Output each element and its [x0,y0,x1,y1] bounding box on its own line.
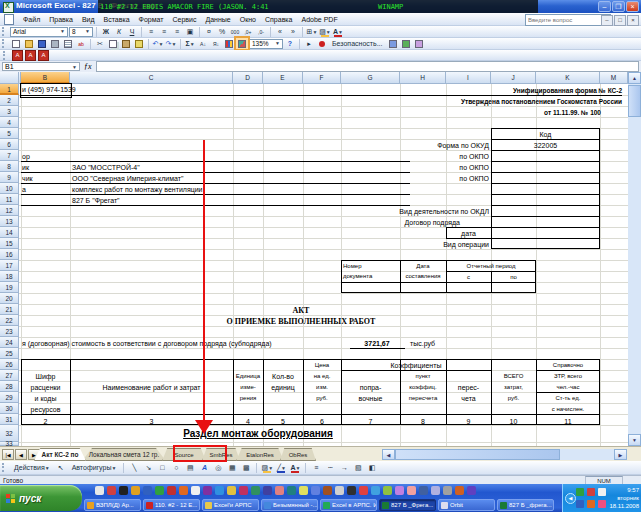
quicklaunch-icon[interactable] [251,486,260,495]
row-header-4[interactable]: 4 [0,117,19,128]
rectangle-tool-icon[interactable]: □ [156,462,168,473]
percent-icon[interactable]: % [216,26,228,37]
convert-to-pdf-email-icon[interactable]: A [25,50,36,61]
control-toolbox-icon[interactable] [413,38,425,49]
minimize-button[interactable]: – [598,1,611,12]
row-header-12[interactable]: 12 [0,205,19,216]
formula-input[interactable] [96,61,639,72]
hscroll-right-icon[interactable]: ▶ [614,449,627,460]
workbook-restore-button[interactable]: □ [614,15,626,26]
insert-function-icon[interactable]: ƒx [84,62,92,71]
quicklaunch-icon[interactable] [191,486,200,495]
menu-Формат[interactable]: Формат [139,16,164,23]
align-right-icon[interactable]: ≡ [171,26,183,37]
row-header-5[interactable]: 5 [0,128,19,139]
security-button[interactable]: Безопасность... [329,38,386,49]
increase-decimal-icon[interactable]: ,0+ [242,26,254,37]
quicklaunch-icon[interactable] [131,486,140,495]
help-icon[interactable]: ? [284,38,296,49]
row-header-22[interactable]: 22 [0,315,19,326]
font-size-combobox[interactable]: 8▼ [69,27,93,37]
quicklaunch-icon[interactable] [371,486,380,495]
horizontal-scroll-track[interactable] [560,449,614,460]
row-header-21[interactable]: 21 [0,304,19,315]
bold-button[interactable]: Ж [100,26,112,37]
column-header-E[interactable]: E [263,72,303,84]
tray-icon[interactable] [576,488,584,496]
underline-button[interactable]: Ч [126,26,138,37]
diagram-icon[interactable]: ◎ [212,462,224,473]
tray-icon[interactable] [587,488,595,496]
menu-Adobe PDF[interactable]: Adobe PDF [301,16,337,23]
taskbar-button-Excel'и АРПС[interactable]: Excel'и АРПС [202,499,259,511]
paste-icon[interactable] [120,38,132,49]
taskbar-button-Excel в АРПС. Ис[interactable]: Excel в АРПС. Ис [320,499,377,511]
oval-tool-icon[interactable]: ○ [170,462,182,473]
undo-icon[interactable]: ↶▼ [152,38,164,49]
copy-icon[interactable] [107,38,119,49]
thousands-icon[interactable]: 000 [229,26,241,37]
menu-Вставка[interactable]: Вставка [104,16,130,23]
drawing-toggle-icon[interactable] [236,38,248,49]
scroll-down-icon[interactable]: ▼ [628,434,641,446]
quicklaunch-icon[interactable] [455,486,464,495]
print-icon[interactable] [49,38,61,49]
quicklaunch-icon[interactable] [347,486,356,495]
quicklaunch-icon[interactable] [143,486,152,495]
taskbar-button-ВЗПЛ(Д) Ар...[interactable]: ВЗПЛ(Д) Ар... [84,499,141,511]
autosum-icon[interactable]: Σ▼ [184,38,196,49]
taskbar-button-827 Б _Фрега...[interactable]: 827 Б _Фрега... [379,499,436,511]
dash-style-icon[interactable]: ┄ [324,462,336,473]
decrease-decimal-icon[interactable]: ,0- [255,26,267,37]
tray-chevron-icon[interactable]: ◀ [565,493,576,504]
row-header-28[interactable]: 28 [0,381,19,392]
row-header-26[interactable]: 26 [0,359,19,370]
three-d-style-icon[interactable]: ◧ [366,462,378,473]
column-header-M[interactable]: M [600,72,628,84]
quicklaunch-icon[interactable] [335,486,344,495]
new-file-icon[interactable] [10,38,22,49]
quicklaunch-icon[interactable] [239,486,248,495]
arrow-style-icon[interactable]: → [338,462,350,473]
quicklaunch-icon[interactable] [395,486,404,495]
sheet-tab-Акт КС-2 по ФЕР[interactable]: Акт КС-2 по ФЕР [34,448,86,461]
draw-font-color-icon[interactable]: А▼ [289,462,301,473]
line-color-icon[interactable]: ╱▼ [275,462,287,473]
textbox-tool-icon[interactable]: ▤ [184,462,196,473]
row-header-11[interactable]: 11 [0,194,19,205]
row-header-1[interactable]: 1 [0,84,19,95]
row-header-30[interactable]: 30 [0,403,19,414]
line-tool-icon[interactable]: ╲ [128,462,140,473]
fill-color-icon[interactable]: ▨▼ [319,26,331,37]
visual-basic-icon[interactable] [387,38,399,49]
row-header-23[interactable]: 23 [0,326,19,337]
quicklaunch-icon[interactable] [95,486,104,495]
column-header-H[interactable]: H [400,72,446,84]
increase-indent-icon[interactable]: » [287,26,299,37]
start-button[interactable]: пуск [0,485,82,511]
row-header-17[interactable]: 17 [0,260,19,271]
sort-ascending-icon[interactable]: А↓ [197,38,209,49]
print-preview-icon[interactable] [62,38,74,49]
quicklaunch-icon[interactable] [467,486,476,495]
toolbar-handle[interactable] [3,51,8,60]
column-header-D[interactable]: D [233,72,263,84]
row-header-8[interactable]: 8 [0,161,19,172]
row-header-16[interactable]: 16 [0,249,19,260]
workbook-minimize-button[interactable]: – [601,15,613,26]
taskbar-button-Безымянный -...[interactable]: Безымянный -... [261,499,318,511]
column-header-G[interactable]: G [341,72,400,84]
row-header-10[interactable]: 10 [0,183,19,194]
arrow-tool-icon[interactable]: ↘ [142,462,154,473]
shape-fill-color-icon[interactable]: ▨▼ [261,462,273,473]
quicklaunch-icon[interactable] [299,486,308,495]
sheet-tab-Локальная смета 12 гр. Для Т[interactable]: Локальная смета 12 гр. Для Т [82,448,166,461]
font-color-icon[interactable]: А▼ [332,26,344,37]
save-icon[interactable] [36,38,48,49]
align-left-icon[interactable]: ≡ [145,26,157,37]
tray-icon[interactable] [587,500,595,508]
prev-sheet-icon[interactable]: ◀ [15,449,27,460]
cut-icon[interactable]: ✂ [94,38,106,49]
quicklaunch-icon[interactable] [275,486,284,495]
run-macro-icon[interactable] [400,38,412,49]
